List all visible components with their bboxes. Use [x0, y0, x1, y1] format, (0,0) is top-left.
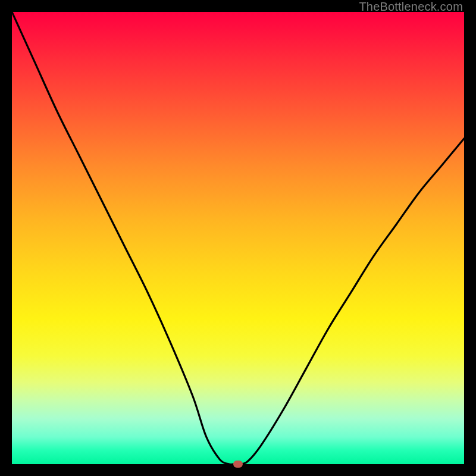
bottleneck-curve [12, 12, 464, 464]
chart-plot-area [12, 12, 464, 464]
chart-frame: TheBottleneck.com [0, 0, 476, 476]
watermark-text: TheBottleneck.com [359, 0, 463, 14]
optimum-marker [233, 461, 243, 468]
